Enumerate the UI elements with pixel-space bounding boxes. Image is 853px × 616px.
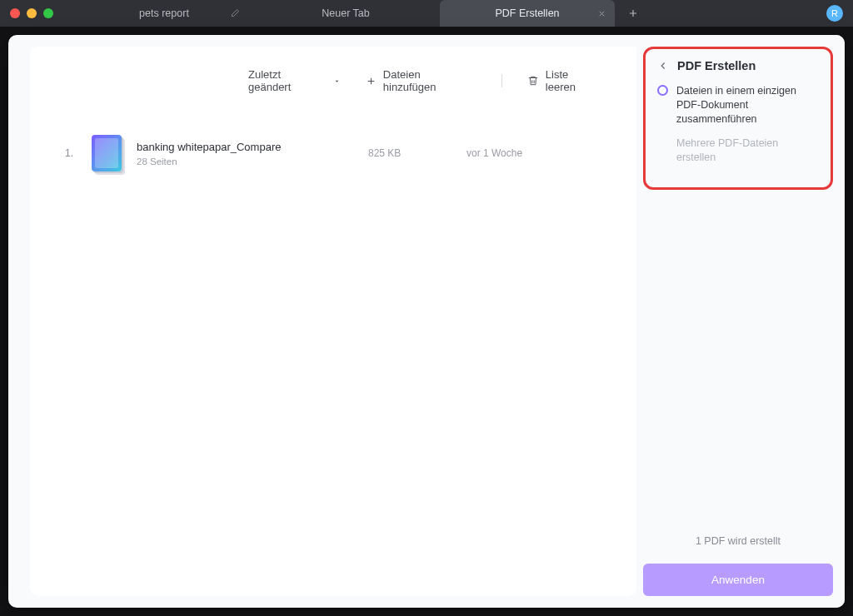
minimize-window-icon[interactable]	[27, 8, 37, 18]
file-index: 1.	[65, 147, 77, 159]
chevron-left-icon	[657, 60, 669, 72]
option-merge-label: Dateien in einem einzigen PDF-Dokument z…	[676, 84, 819, 127]
new-tab-button[interactable]	[621, 2, 645, 25]
file-row[interactable]: 1. banking whitepapar_Compare 28 Seiten …	[65, 135, 601, 171]
maximize-window-icon[interactable]	[43, 8, 53, 18]
tab-label: Neuer Tab	[322, 7, 369, 19]
file-date: vor 1 Woche	[466, 147, 522, 159]
tab-pdf-erstellen[interactable]: PDF Erstellen	[440, 0, 615, 27]
clear-list-button[interactable]: Liste leeren	[527, 68, 601, 93]
sidebar-options-box: PDF Erstellen Dateien in einem einzigen …	[643, 47, 833, 190]
sort-label: Zuletzt geändert	[248, 68, 327, 93]
sidebar: PDF Erstellen Dateien in einem einzigen …	[636, 35, 845, 608]
divider	[501, 74, 502, 87]
sidebar-header: PDF Erstellen	[657, 59, 819, 72]
file-pages: 28 Seiten	[137, 156, 353, 166]
add-files-label: Dateien hinzufügen	[383, 68, 476, 93]
file-thumbnail	[92, 135, 122, 171]
window-controls	[10, 8, 53, 18]
clear-list-label: Liste leeren	[546, 68, 601, 93]
avatar-letter: R	[831, 8, 838, 18]
plus-icon	[366, 76, 377, 87]
pencil-icon[interactable]	[230, 8, 240, 18]
radio-icon	[657, 85, 668, 96]
file-size: 825 KB	[368, 147, 451, 159]
trash-icon	[527, 75, 539, 87]
apply-label: Anwenden	[711, 574, 765, 586]
close-window-icon[interactable]	[10, 8, 20, 18]
titlebar: pets report Neuer Tab PDF Erstellen R	[0, 0, 853, 27]
close-icon[interactable]	[597, 9, 606, 18]
file-list: 1. banking whitepapar_Compare 28 Seiten …	[30, 102, 636, 205]
status-text: 1 PDF wird erstellt	[643, 535, 833, 547]
workspace: Zuletzt geändert Dateien hinzufügen List…	[8, 35, 845, 608]
chevron-down-icon	[333, 77, 341, 85]
add-files-button[interactable]: Dateien hinzufügen	[366, 68, 476, 93]
tab-neuer-tab[interactable]: Neuer Tab	[258, 0, 433, 27]
sidebar-title: PDF Erstellen	[677, 59, 756, 72]
avatar[interactable]: R	[826, 5, 843, 22]
tab-pets-report[interactable]: pets report	[77, 0, 252, 27]
back-button[interactable]	[657, 60, 669, 72]
option-multiple-label: Mehrere PDF-Dateien erstellen	[676, 137, 819, 165]
apply-button[interactable]: Anwenden	[643, 564, 833, 596]
option-multiple[interactable]: Mehrere PDF-Dateien erstellen	[657, 137, 819, 165]
main-panel: Zuletzt geändert Dateien hinzufügen List…	[30, 47, 636, 596]
option-merge[interactable]: Dateien in einem einzigen PDF-Dokument z…	[657, 84, 819, 127]
tab-label: pets report	[139, 7, 189, 19]
toolbar: Zuletzt geändert Dateien hinzufügen List…	[30, 47, 636, 102]
file-meta: banking whitepapar_Compare 28 Seiten	[137, 141, 353, 166]
stage: Zuletzt geändert Dateien hinzufügen List…	[0, 27, 853, 616]
tab-label: PDF Erstellen	[495, 7, 559, 19]
radio-icon	[657, 137, 668, 148]
sort-dropdown[interactable]: Zuletzt geändert	[248, 68, 341, 93]
file-name: banking whitepapar_Compare	[137, 141, 353, 153]
